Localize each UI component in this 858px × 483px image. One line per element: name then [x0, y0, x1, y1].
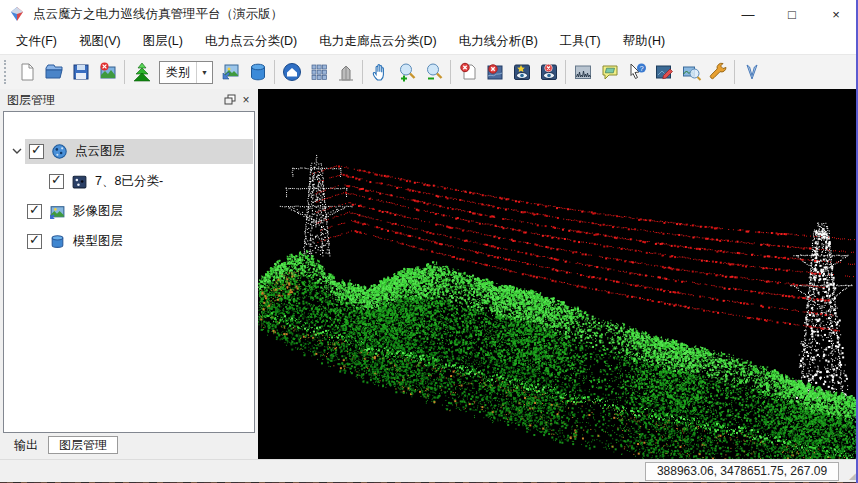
home-button[interactable]	[278, 59, 305, 86]
hide-layer-icon	[538, 61, 560, 83]
scene-viewport[interactable]	[258, 89, 858, 459]
svg-text:?: ?	[639, 64, 643, 73]
tree-row-classified[interactable]: 7、8已分类-	[4, 168, 254, 194]
delete-map-icon	[484, 61, 506, 83]
new-file-icon	[16, 61, 38, 83]
window-title: 点云魔方之电力巡线仿真管理平台（演示版）	[33, 6, 726, 23]
pyramid-layers-button[interactable]	[128, 59, 155, 86]
classified-points-icon	[71, 173, 88, 190]
menu-layer[interactable]: 图层(L)	[132, 33, 194, 50]
app-window: 点云魔方之电力巡线仿真管理平台（演示版） — □ × 文件(F) 视图(V) 图…	[0, 0, 858, 483]
classified-label[interactable]: 7、8已分类-	[95, 173, 163, 190]
main-area: 图层管理 ×	[0, 89, 858, 459]
delete-page-button[interactable]	[454, 59, 481, 86]
tab-output[interactable]: 输出	[4, 436, 48, 454]
help-cursor-icon: ?	[626, 61, 648, 83]
hide-layer-button[interactable]	[535, 59, 562, 86]
settings-wrench-icon	[707, 61, 729, 83]
pyramid-layers-icon	[131, 61, 153, 83]
pointcloud-layer-checkbox[interactable]	[29, 144, 44, 159]
chevron-down-icon[interactable]	[11, 146, 23, 156]
menu-powerline-pointcloud-classify[interactable]: 电力点云分类(D)	[194, 33, 308, 50]
image-search-icon	[680, 61, 702, 83]
open-folder-icon	[43, 61, 65, 83]
zoom-in-button[interactable]	[393, 59, 420, 86]
classified-checkbox[interactable]	[49, 174, 64, 189]
image-search-button[interactable]	[677, 59, 704, 86]
menu-tools[interactable]: 工具(T)	[549, 33, 612, 50]
profile-chart-icon	[572, 61, 594, 83]
category-dropdown[interactable]: 类别	[159, 61, 213, 84]
toolbar-separator	[274, 60, 275, 84]
toolbar: 类别	[0, 54, 858, 89]
app-logo-icon	[9, 6, 25, 22]
menu-view[interactable]: 视图(V)	[68, 33, 132, 50]
close-button[interactable]: ×	[814, 0, 858, 28]
annotation-button[interactable]	[596, 59, 623, 86]
model-layer-label[interactable]: 模型图层	[73, 233, 123, 250]
model-layer-icon	[49, 233, 66, 250]
show-layer-icon	[511, 61, 533, 83]
tree-row-model-layer[interactable]: 模型图层	[4, 228, 254, 254]
annotation-icon	[599, 61, 621, 83]
new-file-button[interactable]	[13, 59, 40, 86]
image-layer-label[interactable]: 影像图层	[73, 203, 123, 220]
chevron-down-icon	[196, 62, 212, 83]
save-icon	[70, 61, 92, 83]
polygon-select-button[interactable]	[738, 59, 765, 86]
tree-row-pointcloud-layer[interactable]: 点云图层	[4, 138, 254, 164]
toolbar-separator	[734, 60, 735, 84]
layer-panel-header: 图层管理 ×	[0, 89, 258, 111]
pan-hand-button[interactable]	[366, 59, 393, 86]
toolbar-grip[interactable]	[4, 60, 9, 84]
grid-view-icon	[308, 61, 330, 83]
save-button[interactable]	[67, 59, 94, 86]
database-icon	[247, 61, 269, 83]
point-cloud-canvas[interactable]	[258, 89, 858, 459]
menu-file[interactable]: 文件(F)	[5, 33, 68, 50]
toolbar-separator	[124, 60, 125, 84]
image-layer-checkbox[interactable]	[27, 204, 42, 219]
status-bar: 388963.06, 3478651.75, 267.09	[0, 459, 858, 483]
menu-help[interactable]: 帮助(H)	[612, 33, 676, 50]
pan-hand-icon	[369, 61, 391, 83]
menu-corridor-pointcloud-classify[interactable]: 电力走廊点云分类(D)	[308, 33, 447, 50]
edit-image-icon	[653, 61, 675, 83]
toolbar-separator	[362, 60, 363, 84]
help-cursor-button[interactable]: ?	[623, 59, 650, 86]
add-image-button[interactable]	[217, 59, 244, 86]
settings-wrench-button[interactable]	[704, 59, 731, 86]
point-cloud-layer-icon	[51, 143, 68, 160]
float-panel-button[interactable]	[222, 93, 238, 108]
polygon-select-icon	[741, 61, 763, 83]
open-folder-button[interactable]	[40, 59, 67, 86]
window-controls: — □ ×	[726, 0, 858, 28]
zoom-out-icon	[423, 61, 445, 83]
database-button[interactable]	[244, 59, 271, 86]
panel-tab-strip: 输出 图层管理	[4, 436, 258, 454]
coordinate-readout: 388963.06, 3478651.75, 267.09	[645, 462, 839, 481]
delete-map-button[interactable]	[481, 59, 508, 86]
model-layer-checkbox[interactable]	[27, 234, 42, 249]
tab-layer-management[interactable]: 图层管理	[48, 436, 118, 454]
profile-chart-button[interactable]	[569, 59, 596, 86]
title-bar: 点云魔方之电力巡线仿真管理平台（演示版） — □ ×	[0, 0, 858, 28]
resize-grip-icon[interactable]	[849, 471, 856, 481]
remove-image-button[interactable]	[94, 59, 121, 86]
grid-view-button[interactable]	[305, 59, 332, 86]
maximize-button[interactable]: □	[770, 0, 814, 28]
close-panel-button[interactable]: ×	[238, 93, 254, 108]
minimize-button[interactable]: —	[726, 0, 770, 28]
toolbar-separator	[450, 60, 451, 84]
layer-panel: 图层管理 ×	[0, 89, 258, 459]
toolbar-separator	[565, 60, 566, 84]
tree-row-selection[interactable]: 点云图层	[25, 139, 253, 164]
show-layer-button[interactable]	[508, 59, 535, 86]
remove-image-icon	[97, 61, 119, 83]
zoom-out-button[interactable]	[420, 59, 447, 86]
model-3d-button[interactable]	[332, 59, 359, 86]
pointcloud-layer-label[interactable]: 点云图层	[75, 143, 125, 160]
edit-image-button[interactable]	[650, 59, 677, 86]
tree-row-image-layer[interactable]: 影像图层	[4, 198, 254, 224]
menu-powerline-analysis[interactable]: 电力线分析(B)	[448, 33, 549, 50]
